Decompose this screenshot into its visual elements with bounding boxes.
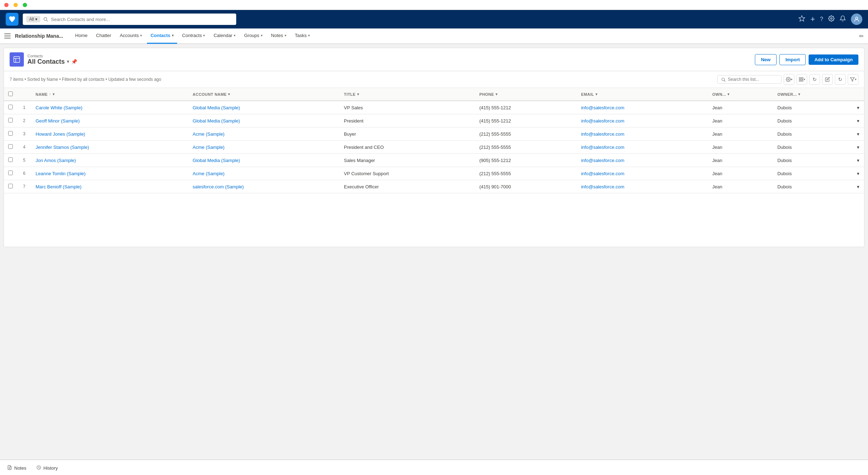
row-action-cell[interactable]: ▾ xyxy=(853,180,864,193)
add-to-campaign-button[interactable]: Add to Campaign xyxy=(809,54,858,65)
row-checkbox-cell[interactable] xyxy=(4,101,17,114)
row-checkbox-2[interactable] xyxy=(8,118,13,122)
row-action-cell[interactable]: ▾ xyxy=(853,127,864,141)
row-checkbox-1[interactable] xyxy=(8,105,13,109)
nav-item-chatter[interactable]: Chatter xyxy=(92,28,115,44)
menu-icon[interactable] xyxy=(4,32,11,40)
select-all-header[interactable] xyxy=(4,88,17,101)
row-checkbox-6[interactable] xyxy=(8,171,13,175)
row-action-cell[interactable]: ▾ xyxy=(853,141,864,154)
contact-name-link[interactable]: Howard Jones (Sample) xyxy=(36,131,85,137)
row-checkbox-cell[interactable] xyxy=(4,127,17,141)
contact-name-cell: Marc Benioff (Sample) xyxy=(31,180,189,193)
owner-last-header[interactable]: OWNER... ▾ xyxy=(773,88,853,101)
email-link[interactable]: info@salesforce.com xyxy=(581,171,624,176)
search-list-input[interactable] xyxy=(728,77,778,82)
edit-columns-btn[interactable] xyxy=(822,74,833,85)
avatar[interactable] xyxy=(851,14,862,25)
row-action-cell[interactable]: ▾ xyxy=(853,101,864,114)
contact-name-link[interactable]: Jon Amos (Sample) xyxy=(36,158,76,163)
nav-edit-icon[interactable]: ✏ xyxy=(859,33,864,40)
contact-name-link[interactable]: Carole White (Sample) xyxy=(36,105,83,110)
settings-toolbar-btn[interactable]: ▾ xyxy=(784,74,794,85)
row-action-cell[interactable]: ▾ xyxy=(853,167,864,180)
app-logo[interactable] xyxy=(6,13,18,26)
email-link[interactable]: info@salesforce.com xyxy=(581,105,624,110)
row-checkbox-cell[interactable] xyxy=(4,141,17,154)
phone-cell: (212) 555-5555 xyxy=(475,167,577,180)
title-cell: President and CEO xyxy=(340,141,475,154)
svg-rect-5 xyxy=(4,33,11,34)
row-checkbox-cell[interactable] xyxy=(4,114,17,127)
contact-name-link[interactable]: Marc Benioff (Sample) xyxy=(36,184,81,189)
grid-view-btn[interactable]: ▾ xyxy=(796,74,807,85)
row-checkbox-cell[interactable] xyxy=(4,180,17,193)
search-list-container[interactable] xyxy=(717,75,782,84)
filter-btn[interactable]: ▾ xyxy=(848,74,858,85)
list-view-chevron[interactable]: ▾ xyxy=(67,59,69,64)
nav-item-contracts[interactable]: Contracts ▾ xyxy=(179,28,209,44)
list-header-right: New Import Add to Campaign xyxy=(755,54,858,65)
row-checkbox-cell[interactable] xyxy=(4,154,17,167)
email-link[interactable]: info@salesforce.com xyxy=(581,131,624,137)
nav-item-groups[interactable]: Groups ▾ xyxy=(240,28,266,44)
account-name-header[interactable]: ACCOUNT NAME ▾ xyxy=(189,88,340,101)
owner-first-header[interactable]: OWN... ▾ xyxy=(708,88,773,101)
email-link[interactable]: info@salesforce.com xyxy=(581,145,624,150)
help-icon[interactable]: ? xyxy=(820,16,823,22)
row-action-cell[interactable]: ▾ xyxy=(853,154,864,167)
nav-item-notes[interactable]: Notes ▾ xyxy=(268,28,290,44)
email-link[interactable]: info@salesforce.com xyxy=(581,184,624,189)
row-checkbox-cell[interactable] xyxy=(4,167,17,180)
svg-marker-18 xyxy=(850,78,854,82)
title-bar xyxy=(0,0,868,10)
phone-header[interactable]: PHONE ▾ xyxy=(475,88,577,101)
account-name-link[interactable]: Global Media (Sample) xyxy=(193,158,240,163)
account-name-link[interactable]: Global Media (Sample) xyxy=(193,118,240,124)
email-cell: info@salesforce.com xyxy=(577,154,708,167)
account-name-link[interactable]: salesforce.com (Sample) xyxy=(193,184,244,189)
nav-item-calendar[interactable]: Calendar ▾ xyxy=(210,28,239,44)
account-name-link[interactable]: Global Media (Sample) xyxy=(193,105,240,110)
row-checkbox-3[interactable] xyxy=(8,131,13,136)
minimize-button[interactable] xyxy=(14,3,18,7)
add-icon[interactable]: + xyxy=(810,15,815,24)
row-action-cell[interactable]: ▾ xyxy=(853,114,864,127)
import-button[interactable]: Import xyxy=(779,54,806,65)
favorites-icon[interactable] xyxy=(798,15,805,24)
email-link[interactable]: info@salesforce.com xyxy=(581,158,624,163)
pin-icon[interactable]: 📌 xyxy=(71,59,77,64)
account-name-link[interactable]: Acme (Sample) xyxy=(193,131,225,137)
maximize-button[interactable] xyxy=(23,3,27,7)
close-button[interactable] xyxy=(4,3,9,7)
search-input[interactable] xyxy=(51,17,233,22)
nav-item-tasks[interactable]: Tasks ▾ xyxy=(291,28,313,44)
bell-icon[interactable] xyxy=(840,15,846,24)
email-header[interactable]: EMAIL ▾ xyxy=(577,88,708,101)
select-all-checkbox[interactable] xyxy=(8,92,13,96)
name-header[interactable]: NAME ↑ ▾ xyxy=(31,88,189,101)
new-button[interactable]: New xyxy=(755,54,777,65)
main-content: Contacts All Contacts ▾ 📌 New Import Add… xyxy=(4,48,864,247)
search-prefix[interactable]: All ▾ xyxy=(26,16,40,22)
refresh-btn[interactable]: ↻ xyxy=(809,74,820,85)
contact-name-link[interactable]: Geoff Minor (Sample) xyxy=(36,118,80,124)
nav-item-home[interactable]: Home xyxy=(72,28,91,44)
contact-name-link[interactable]: Jennifer Stamos (Sample) xyxy=(36,145,89,150)
nav-item-contacts[interactable]: Contacts ▾ xyxy=(147,28,177,44)
row-checkbox-4[interactable] xyxy=(8,144,13,149)
row-checkbox-7[interactable] xyxy=(8,184,13,188)
row-num: 5 xyxy=(17,154,31,167)
settings-icon[interactable] xyxy=(828,15,835,24)
row-checkbox-5[interactable] xyxy=(8,157,13,162)
contact-name-cell: Howard Jones (Sample) xyxy=(31,127,189,141)
contact-name-link[interactable]: Leanne Tomlin (Sample) xyxy=(36,171,86,176)
nav-item-accounts[interactable]: Accounts ▾ xyxy=(116,28,145,44)
account-name-link[interactable]: Acme (Sample) xyxy=(193,171,225,176)
owner-last-cell: Dubois xyxy=(773,127,853,141)
search-bar[interactable]: All ▾ xyxy=(23,14,236,25)
title-header[interactable]: TITLE ▾ xyxy=(340,88,475,101)
account-name-link[interactable]: Acme (Sample) xyxy=(193,145,225,150)
email-link[interactable]: info@salesforce.com xyxy=(581,118,624,124)
refresh2-btn[interactable]: ↻ xyxy=(835,74,846,85)
